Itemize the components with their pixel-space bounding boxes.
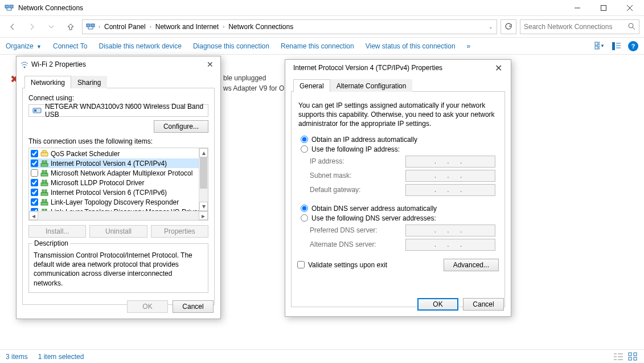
scroll-right-icon[interactable]: ▸ [199, 211, 208, 220]
list-item[interactable]: Internet Protocol Version 6 (TCP/IPv6) [30, 187, 207, 197]
refresh-button[interactable] [501, 19, 516, 34]
gateway-field: . . . [405, 184, 495, 196]
item-checkbox[interactable] [31, 179, 38, 186]
radio-obtain-dns-auto-input[interactable] [301, 205, 308, 212]
item-checkbox[interactable] [31, 160, 38, 167]
validate-checkbox[interactable] [297, 261, 305, 268]
horizontal-scrollbar[interactable]: ◂ ▸ [29, 211, 208, 220]
dialog-titlebar[interactable]: Internet Protocol Version 4 (TCP/IPv4) P… [285, 60, 511, 76]
svg-rect-35 [45, 161, 47, 164]
uninstall-button[interactable]: Uninstall [89, 225, 147, 238]
close-button[interactable] [617, 0, 643, 16]
breadcrumb-item[interactable]: Network Connections [227, 23, 295, 31]
pref-dns-field: . . . [405, 225, 495, 236]
list-item[interactable]: Microsoft Network Adapter Multiplexor Pr… [30, 168, 207, 178]
chevron-right-icon[interactable]: › [223, 24, 224, 30]
forward-button[interactable] [24, 19, 40, 35]
item-checkbox[interactable] [31, 198, 38, 206]
intro-text: You can get IP settings assigned automat… [298, 101, 498, 129]
radio-use-dns[interactable]: Use the following DNS server addresses: [301, 214, 499, 222]
recent-dropdown[interactable] [43, 19, 59, 35]
svg-rect-46 [42, 199, 44, 202]
chevron-right-icon[interactable]: › [150, 24, 151, 30]
scroll-down-icon[interactable]: ▾ [199, 202, 208, 211]
install-button[interactable]: Install... [28, 225, 86, 238]
svg-rect-10 [595, 42, 598, 45]
breadcrumb-item[interactable]: Network and Internet [154, 23, 220, 31]
tab-alternate-config[interactable]: Alternate Configuration [330, 79, 413, 92]
validate-checkbox-row[interactable]: Validate settings upon exit [297, 261, 387, 269]
dialog-titlebar[interactable]: Wi-Fi 2 Properties ✕ [17, 56, 220, 72]
item-checkbox[interactable] [31, 189, 38, 196]
svg-rect-24 [629, 353, 631, 356]
chevron-down-icon[interactable]: ⌄ [489, 24, 493, 30]
adapter-name: NETGEAR WNDA3100v3 N600 Wireless Dual Ba… [45, 103, 204, 119]
radio-obtain-ip-auto[interactable]: Obtain an IP address automatically [301, 136, 499, 144]
item-label: Internet Protocol Version 6 (TCP/IPv6) [51, 189, 167, 197]
up-button[interactable] [63, 19, 79, 35]
radio-obtain-dns-auto[interactable]: Obtain DNS server address automatically [301, 205, 499, 213]
help-button[interactable]: ? [628, 41, 638, 51]
cmd-disable[interactable]: Disable this network device [99, 42, 181, 50]
minimize-button[interactable] [564, 0, 590, 16]
properties-button[interactable]: Properties [151, 225, 208, 238]
svg-rect-38 [45, 170, 47, 173]
list-item[interactable]: Internet Protocol Version 4 (TCP/IPv4) [30, 158, 207, 168]
radio-use-ip[interactable]: Use the following IP address: [301, 145, 499, 153]
cmd-organize[interactable]: Organize ▼ [6, 42, 42, 50]
list-item[interactable]: QoS Packet Scheduler [30, 149, 207, 158]
radio-use-dns-input[interactable] [301, 214, 308, 222]
svg-rect-41 [45, 180, 47, 183]
list-item[interactable]: Microsoft LLDP Protocol Driver [30, 178, 207, 187]
maximize-button[interactable] [590, 0, 617, 16]
cmd-view-status[interactable]: View status of this connection [366, 42, 456, 50]
search-input[interactable]: Search Network Connections [520, 19, 639, 34]
advanced-button[interactable]: Advanced... [444, 259, 499, 271]
svg-rect-27 [634, 357, 637, 360]
cancel-button[interactable]: Cancel [463, 298, 504, 311]
scroll-up-icon[interactable]: ▴ [199, 148, 208, 157]
items-label: This connection uses the following items… [28, 137, 208, 145]
search-placeholder: Search Network Connections [524, 23, 628, 31]
scroll-left-icon[interactable]: ◂ [29, 211, 38, 220]
pref-dns-label: Preferred DNS server: [310, 226, 405, 234]
radio-use-ip-input[interactable] [301, 145, 308, 153]
cancel-button[interactable]: Cancel [173, 300, 214, 313]
chevron-right-icon[interactable]: › [99, 24, 100, 30]
ok-button[interactable]: OK [127, 300, 168, 313]
view-details-small-icon[interactable] [613, 352, 624, 361]
cmd-diagnose[interactable]: Diagnose this connection [193, 42, 269, 50]
close-button[interactable]: ✕ [491, 62, 505, 74]
protocol-icon [40, 169, 48, 177]
item-checkbox[interactable] [31, 150, 38, 157]
svg-rect-36 [41, 173, 48, 176]
tab-sharing[interactable]: Sharing [71, 76, 107, 88]
breadcrumb[interactable]: › Control Panel › Network and Internet ›… [82, 19, 497, 34]
radio-obtain-ip-auto-input[interactable] [301, 136, 308, 143]
configure-button[interactable]: Configure... [154, 120, 208, 133]
cmd-connect-to[interactable]: Connect To [53, 42, 88, 50]
ok-button[interactable]: OK [417, 298, 458, 311]
svg-rect-45 [41, 202, 48, 205]
cmd-more[interactable]: » [467, 42, 471, 50]
item-checkbox[interactable] [31, 169, 38, 177]
cmd-rename[interactable]: Rename this connection [281, 42, 354, 50]
item-label: Microsoft Network Adapter Multiplexor Pr… [51, 169, 192, 177]
breadcrumb-item[interactable]: Control Panel [102, 23, 147, 31]
close-button[interactable]: ✕ [203, 59, 217, 70]
tab-networking[interactable]: Networking [24, 76, 71, 88]
back-button[interactable] [5, 19, 20, 35]
svg-rect-6 [87, 24, 90, 27]
svg-rect-42 [41, 193, 48, 195]
svg-rect-40 [42, 180, 44, 183]
vertical-scrollbar[interactable]: ▴ ▾ [199, 148, 208, 211]
network-items-list[interactable]: QoS Packet SchedulerInternet Protocol Ve… [28, 148, 208, 221]
list-item[interactable]: Link-Layer Topology Discovery Responder [30, 197, 207, 207]
tab-general[interactable]: General [293, 79, 330, 92]
view-details-button[interactable] [611, 40, 622, 52]
ip-address-field: . . . [405, 156, 495, 168]
view-icons-button[interactable]: ▼ [594, 40, 605, 52]
wifi-properties-dialog: Wi-Fi 2 Properties ✕ Networking Sharing … [16, 56, 221, 319]
view-icons-small-icon[interactable] [628, 352, 638, 361]
ip-address-label: IP address: [310, 157, 405, 165]
